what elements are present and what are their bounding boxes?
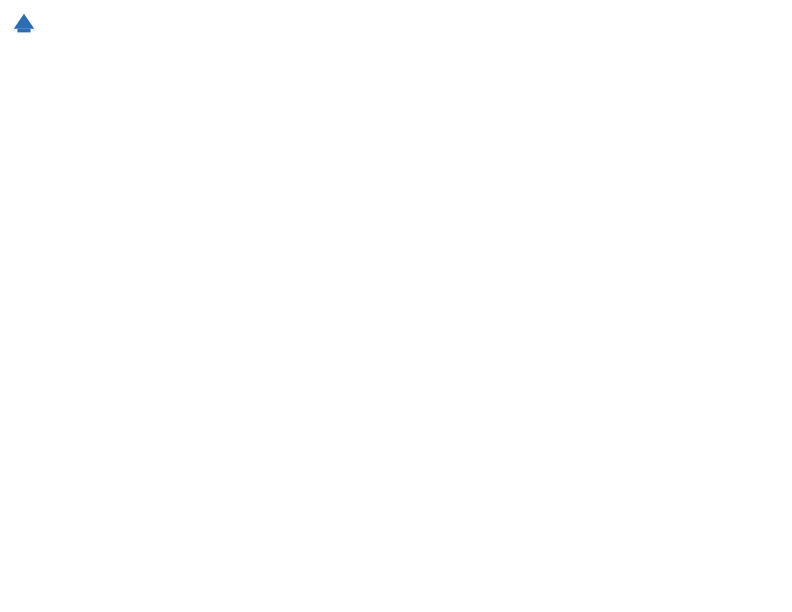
svg-marker-0 xyxy=(14,14,35,29)
svg-rect-1 xyxy=(17,29,30,33)
page-header xyxy=(10,10,782,38)
logo xyxy=(10,10,42,38)
logo-icon xyxy=(10,10,38,38)
